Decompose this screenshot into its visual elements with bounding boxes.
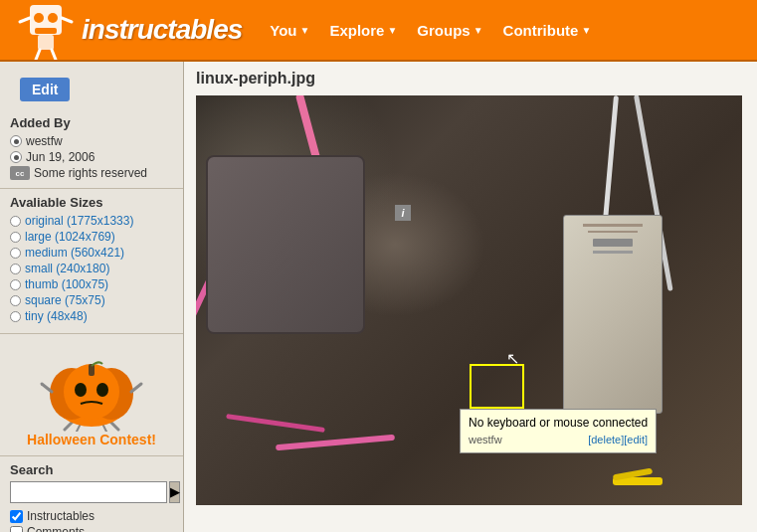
size-medium[interactable]: medium (560x421) bbox=[10, 246, 173, 260]
highlight-box[interactable] bbox=[470, 364, 524, 409]
license-row: cc Some rights reserved bbox=[10, 166, 173, 180]
image-title: linux-periph.jpg bbox=[196, 70, 745, 88]
sizes-heading: Avaliable Sizes bbox=[10, 195, 173, 210]
you-arrow-icon: ▼ bbox=[300, 25, 310, 36]
header: instructables You ▼ Explore ▼ Groups ▼ C… bbox=[0, 0, 757, 62]
content-area: linux-periph.jpg bbox=[184, 62, 757, 532]
size-radio-medium bbox=[10, 248, 21, 259]
edit-link[interactable]: [edit] bbox=[624, 434, 648, 445]
svg-point-1 bbox=[34, 13, 44, 23]
size-thumb[interactable]: thumb (100x75) bbox=[10, 277, 173, 291]
sidebar: Edit Added By westfw Jun 19, 2006 cc Som… bbox=[0, 62, 184, 532]
date-value: Jun 19, 2006 bbox=[26, 150, 95, 164]
nav-you[interactable]: You ▼ bbox=[262, 18, 317, 43]
added-by-section: Added By westfw Jun 19, 2006 cc Some rig… bbox=[0, 113, 183, 189]
instructables-checkbox[interactable] bbox=[10, 510, 23, 523]
date-row: Jun 19, 2006 bbox=[10, 150, 173, 164]
svg-line-7 bbox=[36, 50, 40, 60]
pumpkin-svg bbox=[27, 342, 156, 432]
computer-tower bbox=[563, 215, 662, 414]
instructables-checkbox-row: Instructables bbox=[10, 509, 173, 523]
image-tooltip: No keyboard or mouse connected westfw [d… bbox=[460, 409, 657, 453]
size-radio-tiny bbox=[10, 311, 21, 322]
image-container: ↖ i No keyboard or mouse connected westf… bbox=[196, 95, 742, 505]
svg-line-20 bbox=[42, 384, 52, 392]
search-section: Search ▶ Instructables Comments bbox=[0, 456, 183, 532]
size-tiny[interactable]: tiny (48x48) bbox=[10, 309, 173, 323]
svg-point-18 bbox=[75, 383, 87, 397]
nav-explore[interactable]: Explore ▼ bbox=[321, 18, 405, 43]
size-original[interactable]: original (1775x1333) bbox=[10, 214, 173, 228]
svg-line-21 bbox=[131, 384, 141, 392]
instructables-label: Instructables bbox=[27, 509, 95, 523]
logo-mascot bbox=[10, 0, 82, 60]
size-radio-small bbox=[10, 264, 21, 274]
tooltip-author: westfw bbox=[469, 432, 502, 448]
added-by-heading: Added By bbox=[10, 115, 173, 130]
svg-line-8 bbox=[52, 50, 56, 60]
contribute-arrow-icon: ▼ bbox=[581, 25, 591, 36]
comments-checkbox[interactable] bbox=[10, 526, 23, 533]
halloween-contest-link[interactable]: Halloween Contest! bbox=[27, 432, 156, 447]
cc-icon: cc bbox=[10, 166, 30, 180]
pumpkin-section: Halloween Contest! bbox=[0, 334, 183, 456]
license-text: Some rights reserved bbox=[34, 166, 147, 180]
svg-rect-6 bbox=[38, 35, 54, 50]
nav-groups[interactable]: Groups ▼ bbox=[409, 18, 490, 43]
groups-arrow-icon: ▼ bbox=[473, 25, 483, 36]
size-large[interactable]: large (1024x769) bbox=[10, 230, 173, 244]
author-icon bbox=[10, 135, 22, 147]
size-radio-large bbox=[10, 232, 21, 243]
svg-point-19 bbox=[96, 383, 108, 397]
main-layout: Edit Added By westfw Jun 19, 2006 cc Som… bbox=[0, 62, 757, 532]
author-name: westfw bbox=[26, 134, 63, 148]
logo-area: instructables bbox=[10, 0, 242, 60]
nav-contribute[interactable]: Contribute ▼ bbox=[495, 18, 600, 43]
main-image: ↖ i No keyboard or mouse connected westf… bbox=[196, 95, 742, 505]
tooltip-meta: westfw [delete][edit] bbox=[469, 432, 648, 448]
search-row: ▶ bbox=[10, 481, 173, 503]
logo-text: instructables bbox=[82, 14, 242, 46]
comments-label: Comments bbox=[27, 525, 85, 532]
delete-link[interactable]: [delete] bbox=[588, 434, 624, 445]
tooltip-actions: [delete][edit] bbox=[588, 432, 648, 448]
pumpkin-image bbox=[27, 342, 156, 432]
date-icon bbox=[10, 151, 22, 163]
edit-button[interactable]: Edit bbox=[20, 78, 70, 101]
svg-line-4 bbox=[20, 18, 30, 22]
comments-checkbox-row: Comments bbox=[10, 525, 173, 532]
size-radio-thumb bbox=[10, 279, 21, 290]
search-input[interactable] bbox=[10, 481, 167, 503]
sizes-section: Avaliable Sizes original (1775x1333) lar… bbox=[0, 189, 183, 334]
size-radio-square bbox=[10, 295, 21, 306]
size-small[interactable]: small (240x180) bbox=[10, 262, 173, 275]
svg-point-2 bbox=[48, 13, 58, 23]
monitor-shape bbox=[206, 155, 365, 334]
size-square[interactable]: square (75x75) bbox=[10, 293, 173, 307]
tooltip-title: No keyboard or mouse connected bbox=[469, 414, 648, 432]
explore-arrow-icon: ▼ bbox=[387, 25, 397, 36]
nav: You ▼ Explore ▼ Groups ▼ Contribute ▼ bbox=[262, 18, 599, 43]
svg-line-5 bbox=[62, 18, 72, 22]
search-label: Search bbox=[10, 462, 173, 477]
author-row: westfw bbox=[10, 134, 173, 148]
info-icon[interactable]: i bbox=[395, 205, 411, 221]
size-radio-original bbox=[10, 216, 21, 227]
search-button[interactable]: ▶ bbox=[169, 481, 180, 503]
svg-rect-3 bbox=[35, 28, 57, 34]
